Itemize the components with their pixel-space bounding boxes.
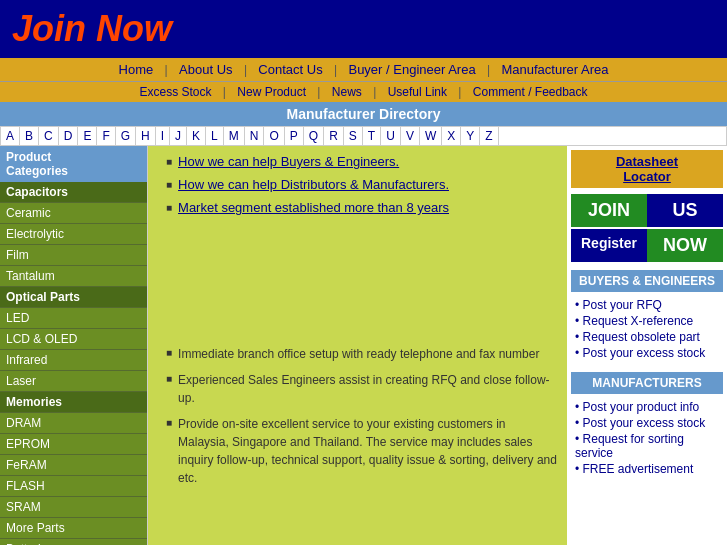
- nav2-news[interactable]: News: [324, 85, 370, 99]
- nav2-newproduct[interactable]: New Product: [229, 85, 314, 99]
- sidebar-item-lcd[interactable]: LCD & OLED: [0, 329, 147, 350]
- manufacturers-links: • Post your product info • Post your exc…: [571, 398, 723, 480]
- nav1: Home | About Us | Contact Us | Buyer / E…: [0, 58, 727, 81]
- nav1-about[interactable]: About Us: [171, 62, 240, 77]
- sidebar-item-led[interactable]: LED: [0, 308, 147, 329]
- right-panel: DatasheetLocator JOIN US Register NOW BU…: [567, 146, 727, 545]
- alpha-W[interactable]: W: [420, 127, 442, 145]
- content-links-section: How we can help Buyers & Engineers. How …: [156, 154, 559, 215]
- sidebar-item-feram[interactable]: FeRAM: [0, 455, 147, 476]
- alpha-U[interactable]: U: [381, 127, 401, 145]
- distributors-manufacturers-link[interactable]: How we can help Distributors & Manufactu…: [178, 177, 449, 192]
- nav1-home[interactable]: Home: [111, 62, 162, 77]
- request-obsolete-link[interactable]: • Request obsolete part: [575, 330, 719, 344]
- alpha-S[interactable]: S: [344, 127, 363, 145]
- alpha-O[interactable]: O: [264, 127, 284, 145]
- alpha-Z[interactable]: Z: [480, 127, 498, 145]
- list-item: Experienced Sales Engineers assist in cr…: [166, 371, 559, 407]
- alpha-M[interactable]: M: [224, 127, 245, 145]
- nav1-buyer[interactable]: Buyer / Engineer Area: [340, 62, 483, 77]
- alpha-bar: A B C D E F G H I J K L M N O P Q R S T …: [0, 126, 727, 146]
- post-excess-mfr-link[interactable]: • Post your excess stock: [575, 416, 719, 430]
- blank-area: [156, 225, 559, 345]
- sidebar-item-more[interactable]: More Parts: [0, 518, 147, 539]
- sidebar: ProductCategories Capacitors Ceramic Ele…: [0, 146, 148, 545]
- sidebar-item-laser[interactable]: Laser: [0, 371, 147, 392]
- nav1-contact[interactable]: Contact Us: [250, 62, 330, 77]
- post-rfq-link[interactable]: • Post your RFQ: [575, 298, 719, 312]
- list-item: Immediate branch office setup with ready…: [166, 345, 559, 363]
- alpha-C[interactable]: C: [39, 127, 59, 145]
- alpha-R[interactable]: R: [324, 127, 344, 145]
- bullet-1: Immediate branch office setup with ready…: [178, 345, 539, 363]
- site-title: Join Now: [12, 8, 715, 50]
- sidebar-item-ceramic[interactable]: Ceramic: [0, 203, 147, 224]
- list-item: How we can help Buyers & Engineers.: [166, 154, 559, 169]
- alpha-L[interactable]: L: [206, 127, 224, 145]
- post-excess-link[interactable]: • Post your excess stock: [575, 346, 719, 360]
- header: Join Now: [0, 0, 727, 58]
- nav2-excess[interactable]: Excess Stock: [131, 85, 219, 99]
- alpha-X[interactable]: X: [442, 127, 461, 145]
- join-button[interactable]: JOIN: [571, 194, 647, 227]
- sidebar-item-infrared[interactable]: Infrared: [0, 350, 147, 371]
- directory-title: Manufacturer Directory: [0, 102, 727, 126]
- alpha-V[interactable]: V: [401, 127, 420, 145]
- buyers-engineers-link[interactable]: How we can help Buyers & Engineers.: [178, 154, 399, 169]
- nav2: Excess Stock | New Product | News | Usef…: [0, 81, 727, 102]
- datasheet-box: DatasheetLocator: [571, 150, 723, 188]
- alpha-B[interactable]: B: [20, 127, 39, 145]
- nav2-usefullink[interactable]: Useful Link: [380, 85, 455, 99]
- bullet-2: Experienced Sales Engineers assist in cr…: [178, 371, 559, 407]
- alpha-J[interactable]: J: [170, 127, 187, 145]
- alpha-Y[interactable]: Y: [461, 127, 480, 145]
- sidebar-item-electrolytic[interactable]: Electrolytic: [0, 224, 147, 245]
- sidebar-item-memories[interactable]: Memories: [0, 392, 147, 413]
- request-sorting-link[interactable]: • Request for sorting service: [575, 432, 719, 460]
- sidebar-item-sram[interactable]: SRAM: [0, 497, 147, 518]
- manufacturers-title: MANUFACTURERS: [571, 372, 723, 394]
- alpha-N[interactable]: N: [245, 127, 265, 145]
- sidebar-item-capacitors[interactable]: Capacitors: [0, 182, 147, 203]
- sidebar-item-flash[interactable]: FLASH: [0, 476, 147, 497]
- list-item: Market segment established more than 8 y…: [166, 200, 559, 215]
- post-product-link[interactable]: • Post your product info: [575, 400, 719, 414]
- alpha-D[interactable]: D: [59, 127, 79, 145]
- now-button[interactable]: NOW: [647, 229, 723, 262]
- bullet-3: Provide on-site excellent service to you…: [178, 415, 559, 487]
- alpha-T[interactable]: T: [363, 127, 381, 145]
- content-bullets-section: Immediate branch office setup with ready…: [156, 345, 559, 487]
- sidebar-header: ProductCategories: [0, 146, 147, 182]
- alpha-E[interactable]: E: [78, 127, 97, 145]
- register-row: Register NOW: [571, 229, 723, 262]
- nav2-comment[interactable]: Comment / Feedback: [465, 85, 596, 99]
- free-advertisement-link[interactable]: • FREE advertisement: [575, 462, 719, 476]
- alpha-P[interactable]: P: [285, 127, 304, 145]
- datasheet-locator-link[interactable]: DatasheetLocator: [616, 154, 678, 184]
- list-item: Provide on-site excellent service to you…: [166, 415, 559, 487]
- content-area: How we can help Buyers & Engineers. How …: [148, 146, 567, 545]
- sidebar-item-eprom[interactable]: EPROM: [0, 434, 147, 455]
- list-item: How we can help Distributors & Manufactu…: [166, 177, 559, 192]
- alpha-G[interactable]: G: [116, 127, 136, 145]
- nav1-manufacturer[interactable]: Manufacturer Area: [493, 62, 616, 77]
- request-xref-link[interactable]: • Request X-reference: [575, 314, 719, 328]
- alpha-Q[interactable]: Q: [304, 127, 324, 145]
- alpha-K[interactable]: K: [187, 127, 206, 145]
- register-button[interactable]: Register: [571, 229, 647, 262]
- sidebar-item-film[interactable]: Film: [0, 245, 147, 266]
- alpha-H[interactable]: H: [136, 127, 156, 145]
- us-button[interactable]: US: [647, 194, 723, 227]
- sidebar-item-optical[interactable]: Optical Parts: [0, 287, 147, 308]
- main-layout: ProductCategories Capacitors Ceramic Ele…: [0, 146, 727, 545]
- alpha-A[interactable]: A: [1, 127, 20, 145]
- alpha-I[interactable]: I: [156, 127, 170, 145]
- market-segment-link[interactable]: Market segment established more than 8 y…: [178, 200, 449, 215]
- buyers-links: • Post your RFQ • Request X-reference • …: [571, 296, 723, 364]
- alpha-F[interactable]: F: [97, 127, 115, 145]
- sidebar-item-batteries[interactable]: Batteries: [0, 539, 147, 545]
- join-row: JOIN US: [571, 194, 723, 227]
- sidebar-item-tantalum[interactable]: Tantalum: [0, 266, 147, 287]
- sidebar-item-dram[interactable]: DRAM: [0, 413, 147, 434]
- buyers-engineers-title: BUYERS & ENGINEERS: [571, 270, 723, 292]
